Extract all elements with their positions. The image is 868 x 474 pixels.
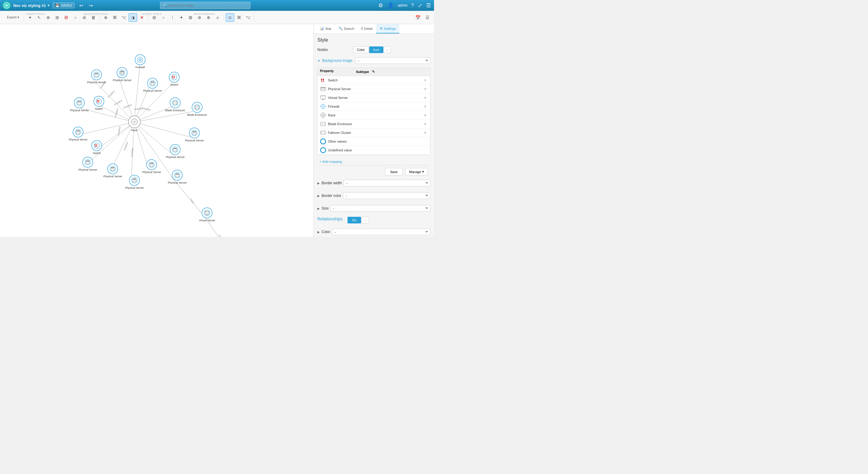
delete-tool[interactable]: 🗑 xyxy=(89,13,98,22)
border-color-select[interactable]: - xyxy=(343,192,430,199)
border-width-select[interactable]: - xyxy=(344,180,430,186)
size-select[interactable]: - xyxy=(330,205,430,212)
graph-area[interactable]: Installed Installed Installed Installed … xyxy=(0,24,313,237)
layout-radial[interactable]: ⊕ xyxy=(204,13,213,22)
fc-remove-btn[interactable]: × xyxy=(423,130,428,135)
size-header[interactable]: ▶ Size - xyxy=(317,203,430,213)
background-image-select[interactable]: - xyxy=(355,57,430,64)
node-ps3[interactable]: Physical Server xyxy=(143,78,162,92)
node-ps2[interactable]: Physical Server xyxy=(87,69,106,84)
node-ps6[interactable]: Physical Server xyxy=(185,127,204,142)
layout-hub[interactable]: ✦ xyxy=(177,13,186,22)
node-sw1[interactable]: Switch xyxy=(169,72,180,86)
rel-connected[interactable]: ⊙ xyxy=(226,13,234,22)
node-sw2[interactable]: Switch xyxy=(93,96,104,110)
node-ps11[interactable]: Physical Server xyxy=(125,175,144,189)
ps-remove-btn[interactable]: × xyxy=(423,87,428,91)
fw-remove-btn[interactable]: × xyxy=(423,104,428,109)
layout-force[interactable]: ⍟ xyxy=(213,13,222,22)
vs-mapping-icon xyxy=(320,95,326,101)
saved-badge[interactable]: 💾 SAVED xyxy=(53,2,74,8)
list-button[interactable]: ☰ xyxy=(423,13,432,22)
rel-path[interactable]: ⌘ xyxy=(235,13,243,22)
select-path[interactable]: ⌥ xyxy=(120,13,128,22)
settings-icon[interactable]: ⚙ xyxy=(378,1,384,9)
switch-remove-btn[interactable]: × xyxy=(423,78,428,83)
size-label: Size xyxy=(321,206,329,210)
select-active[interactable]: ◑ xyxy=(129,13,137,22)
vs-remove-btn[interactable]: × xyxy=(423,95,428,100)
node-be1[interactable]: Blade Enclosure xyxy=(165,97,185,112)
node-ps5[interactable]: Physical Server xyxy=(69,127,88,141)
mapping-table: Property Subtype ✎ xyxy=(317,67,430,155)
node-firewall[interactable]: Firewall xyxy=(135,54,146,69)
rel-color-header[interactable]: ▶ Color - xyxy=(317,227,430,237)
border-width-header[interactable]: ▶ Border width - xyxy=(317,178,430,188)
layout-dots[interactable]: ⋮ xyxy=(168,13,177,22)
node-ps9[interactable]: Physical Server xyxy=(103,164,122,178)
pin-tool[interactable]: ⊛ xyxy=(80,13,89,22)
node-ps4[interactable]: Physical Server xyxy=(70,97,89,112)
select-tool[interactable]: ✦ xyxy=(26,13,34,22)
search-input[interactable] xyxy=(168,4,229,7)
stat-tab-label: Stat xyxy=(325,27,331,30)
tab-search[interactable]: 🔍 Search xyxy=(335,24,358,33)
sw2-icon xyxy=(93,96,104,107)
rack-label: Rack xyxy=(131,129,138,132)
node-vs1[interactable]: Virtual Server xyxy=(199,207,215,222)
expand-button[interactable]: ⤢ xyxy=(417,2,423,9)
app-title-dropdown[interactable]: ▾ xyxy=(47,3,50,8)
tab-detail[interactable]: ℹ Detail xyxy=(358,24,376,33)
nodes-row: Nodes Color Icon - xyxy=(317,47,430,53)
background-image-collapse[interactable]: ▼ Background image - xyxy=(317,56,430,65)
edit-subtype-icon[interactable]: ✎ xyxy=(370,69,377,75)
tab-stat[interactable]: 📊 Stat xyxy=(316,24,335,33)
rack-remove-btn[interactable]: × xyxy=(423,113,428,118)
layout-tree[interactable]: ⊠ xyxy=(186,13,195,22)
node-ps7[interactable]: Physical Server xyxy=(166,144,185,158)
ps-name: Physical Server xyxy=(328,87,423,91)
ps-mapping-icon xyxy=(320,86,326,92)
deselect[interactable]: ✕ xyxy=(138,13,146,22)
saved-label: SAVED xyxy=(61,4,72,7)
block-tool[interactable]: ⊘ xyxy=(62,13,70,22)
layout-circle[interactable]: ○ xyxy=(159,13,167,22)
export-button[interactable]: Export ▾ xyxy=(4,13,22,22)
timeline-button[interactable]: 📅 xyxy=(413,13,422,22)
node-ps12[interactable]: Physical Server xyxy=(168,170,187,184)
select-connected[interactable]: ⌘ xyxy=(111,13,119,22)
expand-tool[interactable]: ⊕ xyxy=(44,13,53,22)
node-sw3[interactable]: Switch xyxy=(91,140,102,155)
group-tool[interactable]: ⊞ xyxy=(53,13,61,22)
pointer-tool[interactable]: ↖ xyxy=(35,13,43,22)
rel-color-select[interactable]: - xyxy=(332,229,430,235)
node-ps8[interactable]: Physical Server xyxy=(79,157,97,171)
be-remove-btn[interactable]: × xyxy=(423,121,428,126)
border-color-header[interactable]: ▶ Border color - xyxy=(317,190,430,201)
color-button[interactable]: Color xyxy=(353,47,369,53)
node-ps10[interactable]: Physical Server xyxy=(142,159,161,174)
save-button[interactable]: Save xyxy=(385,168,403,176)
tab-settings[interactable]: ⚙ Settings xyxy=(376,24,400,33)
undo-button[interactable]: ↩ xyxy=(77,1,86,10)
layout-grid[interactable]: ⊞ xyxy=(150,13,158,22)
layout-star[interactable]: ⊛ xyxy=(195,13,204,22)
relationships-dash-button[interactable]: - xyxy=(362,217,370,224)
node-be2[interactable]: Blade Enclosure xyxy=(187,102,207,116)
relationships-row: Relationships On - xyxy=(317,216,430,224)
node-ps1[interactable]: Physical Server xyxy=(113,67,132,82)
relationships-on-button[interactable]: On xyxy=(347,217,361,224)
add-mapping-button[interactable]: + Add mapping xyxy=(317,158,344,165)
manage-button[interactable]: Manage ▾ xyxy=(405,168,428,176)
select-all[interactable]: ⊕ xyxy=(101,13,110,22)
icon-button[interactable]: Icon xyxy=(369,47,383,53)
menu-button[interactable]: ☰ xyxy=(426,1,432,9)
nodes-dash-button[interactable]: - xyxy=(384,47,391,53)
manage-dropdown-icon: ▾ xyxy=(422,170,424,174)
circle-tool[interactable]: ○ xyxy=(71,13,80,22)
redo-button[interactable]: ↪ xyxy=(87,1,95,10)
node-rack[interactable]: Rack xyxy=(128,116,141,132)
rel-link[interactable]: ⌥ xyxy=(244,13,252,22)
user-icon[interactable]: 👤 xyxy=(387,1,395,9)
help-button[interactable]: ? xyxy=(410,2,414,9)
